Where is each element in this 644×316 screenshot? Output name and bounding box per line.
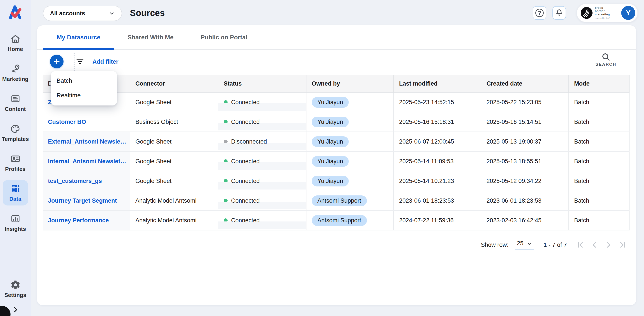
cell-mode: Batch [569, 211, 630, 230]
table-header-row: Datasource name Connector Status Owned b… [43, 75, 630, 93]
table-column-header[interactable]: Owned by [306, 75, 394, 92]
table-row: External_Antsomi Newsletter_E… Google Sh… [43, 132, 630, 152]
workspace-logo-icon [580, 7, 593, 19]
cell-mode: Batch [569, 191, 630, 210]
owner-badge: Yu Jiayun [312, 136, 349, 147]
workspace-chip[interactable]: cross border marketing powered by CAC Y [576, 3, 638, 22]
datasource-link[interactable]: Customer BO [48, 119, 86, 125]
cell-created-date: 2025-05-22 15:23:05 [481, 93, 569, 112]
table-column-header[interactable]: Created date [481, 75, 569, 92]
cell-status: Connected [218, 93, 306, 112]
notifications-button[interactable] [552, 6, 566, 20]
data-icon [10, 184, 20, 194]
datasource-link[interactable]: External_Antsomi Newsletter_E… [48, 138, 127, 145]
table-row: Internal_Antsomi Newsletter_E… Google Sh… [43, 152, 630, 171]
account-selector[interactable]: All accounts [43, 6, 122, 21]
cell-last-modified: 2025-05-14 10:21:23 [394, 171, 481, 191]
table-body: Z Google Sheet Connected Yu Jiayun 2025-… [43, 93, 630, 230]
sidebar-item-insights[interactable]: Insights [3, 210, 28, 236]
sidebar-item-label: Data [10, 196, 22, 202]
profiles-icon [10, 154, 20, 164]
cell-mode: Batch [569, 132, 630, 151]
settings-icon [10, 280, 20, 290]
cell-owned-by: Antsomi Support [306, 211, 394, 230]
cell-connector: Google Sheet [130, 93, 218, 112]
sidebar: Home Marketing Content [0, 0, 31, 316]
home-icon [10, 34, 20, 44]
antsomi-logo[interactable] [7, 4, 24, 20]
search-button[interactable]: SEARCH [593, 52, 619, 67]
cell-last-modified: 2023-06-01 18:23:53 [394, 191, 481, 210]
help-button[interactable]: ? [533, 6, 546, 20]
table-row: Journey Performance Analytic Model Antso… [43, 211, 630, 230]
tab-my-datasource[interactable]: My Datasource [43, 25, 114, 49]
sidebar-item-content[interactable]: Content [3, 90, 28, 116]
datasource-link[interactable]: test_customers_gs [48, 178, 102, 185]
cell-status: Connected [218, 211, 306, 230]
datasource-link[interactable]: Internal_Antsomi Newsletter_E… [48, 158, 127, 165]
table-column-header[interactable]: Status [218, 75, 306, 92]
sidebar-item-profiles[interactable]: Profiles [3, 150, 28, 176]
marketing-icon [10, 64, 20, 74]
cell-status: Connected [218, 152, 306, 171]
cell-owned-by: Yu Jiayun [306, 132, 394, 151]
page-size-select[interactable]: 25 [515, 240, 534, 250]
chevron-down-icon [108, 10, 115, 17]
next-page-button[interactable] [602, 238, 616, 252]
table-column-header[interactable]: Last modified [394, 75, 481, 92]
last-page-icon [618, 241, 626, 249]
toolbar-divider [74, 53, 75, 71]
tab-public-on-portal[interactable]: Public on Portal [187, 25, 261, 49]
first-page-button[interactable] [574, 238, 588, 252]
add-filter-button[interactable]: Add filter [92, 58, 118, 65]
cell-created-date: 2025-05-13 18:55:51 [481, 152, 569, 171]
sidebar-item-label: Templates [2, 136, 29, 142]
table-column-header[interactable]: Connector [130, 75, 218, 92]
cell-mode: Batch [569, 93, 630, 112]
tab-shared-with-me[interactable]: Shared With Me [114, 25, 187, 49]
filter-list-button[interactable] [75, 57, 85, 66]
prev-page-button[interactable] [588, 238, 602, 252]
chevron-down-icon [526, 241, 532, 247]
sidebar-item-home[interactable]: Home [3, 30, 28, 56]
add-datasource-button[interactable] [50, 55, 64, 68]
sidebar-item-label: Home [8, 46, 23, 52]
cell-connector: Google Sheet [130, 171, 218, 191]
insights-icon [10, 214, 20, 224]
menu-item-realtime[interactable]: Realtime [51, 88, 117, 103]
templates-icon [10, 124, 20, 134]
sidebar-item-label: Marketing [2, 76, 28, 82]
table-column-header[interactable]: Mode [569, 75, 630, 92]
search-icon [601, 52, 610, 61]
cell-datasource-name: Internal_Antsomi Newsletter_E… [43, 152, 130, 171]
datasource-link[interactable]: Journey Performance [48, 217, 109, 224]
search-label: SEARCH [593, 62, 619, 67]
show-row-label: Show row: [481, 242, 508, 248]
chevron-right-icon [604, 241, 612, 249]
cell-mode: Batch [569, 152, 630, 171]
sidebar-item-settings[interactable]: Settings [3, 276, 28, 302]
sidebar-item-marketing[interactable]: Marketing [3, 60, 28, 86]
cell-created-date: 2025-05-13 19:00:37 [481, 132, 569, 151]
cell-connector: Google Sheet [130, 152, 218, 171]
cell-connector: Analytic Model Antsomi [130, 191, 218, 210]
avatar[interactable]: Y [621, 6, 635, 20]
cell-created-date: 2025-05-16 15:14:51 [481, 112, 569, 131]
cell-status: Connected [218, 191, 306, 210]
owner-badge: Antsomi Support [312, 215, 367, 226]
pagination: Show row: 25 1 - 7 of 7 [37, 236, 636, 254]
sidebar-nav: Home Marketing Content [0, 30, 31, 236]
cell-connector: Google Sheet [130, 132, 218, 151]
sidebar-item-data[interactable]: Data [3, 180, 28, 206]
cell-status: Connected [218, 112, 306, 131]
datasource-link[interactable]: Journey Target Segment [48, 197, 117, 204]
cell-owned-by: Yu Jiayun [306, 93, 394, 112]
menu-item-batch[interactable]: Batch [51, 73, 117, 88]
sidebar-item-templates[interactable]: Templates [3, 120, 28, 146]
main-card: My Datasource Shared With Me Public on P… [37, 25, 636, 305]
topbar: All accounts Sources ? cross border mark… [31, 0, 644, 25]
table-row: Customer BO Business Object Connected Yu… [43, 112, 630, 132]
cell-datasource-name: Journey Target Segment [43, 191, 130, 210]
last-page-button[interactable] [616, 238, 630, 252]
bell-icon [555, 8, 564, 17]
